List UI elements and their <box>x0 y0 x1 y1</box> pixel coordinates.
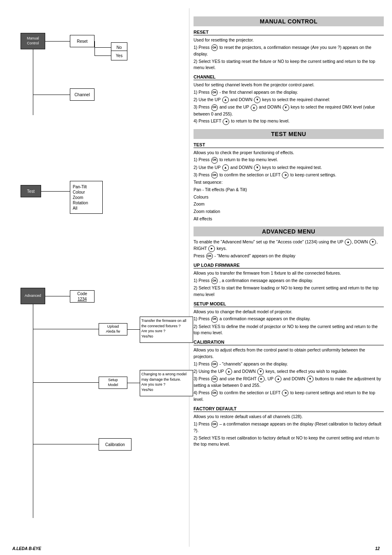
rotation-label: Rotation <box>73 200 88 206</box>
code-box: Code 1234 <box>70 290 95 303</box>
test-box: Test <box>21 185 41 197</box>
channel-text: Used for setting channel levels from the… <box>194 82 384 125</box>
up-icon-a1: ▲ <box>345 239 351 245</box>
code-label: Code <box>77 291 87 296</box>
upload-box: UploadAleda fw <box>99 323 127 335</box>
ok-icon-f1: OK <box>211 421 218 428</box>
page-footer: A.LEDA B-EYE 12 <box>0 546 392 551</box>
advanced-menu-header: ADVANCED MENU <box>194 227 384 236</box>
test-menu-header: TEST MENU <box>194 129 384 139</box>
ok-icon-t1: OK <box>211 157 218 164</box>
pan-tilt-label: Pan-Tilt <box>73 184 87 190</box>
footer-right: 12 <box>375 546 380 551</box>
upload-subheader: UP LOAD FIRMWARE <box>194 263 384 268</box>
ok-icon-cal3: OK <box>211 390 218 396</box>
manual-control-box: ManualControl <box>21 33 45 49</box>
page: ManualControl Reset No Yes <box>0 0 392 555</box>
ok-icon-u1: OK <box>211 278 218 284</box>
left-panel: ManualControl Reset No Yes <box>0 8 189 547</box>
test-subheader: TEST <box>194 142 384 148</box>
setup-text: Allows you to change the default model o… <box>194 309 384 336</box>
code-value: 1234 <box>78 296 87 302</box>
factory-text: Allows you to restore default values of … <box>194 414 384 448</box>
down-icon-t1: ▼ <box>254 164 261 171</box>
ok-icon-s1: OK <box>211 316 218 323</box>
ok-icon-cal2: OK <box>211 376 218 382</box>
reset-text: Used for resetting the projector. 1) Pre… <box>194 37 384 71</box>
calibration-subheader: CALIBRATION <box>194 340 384 345</box>
advanced-box: Advanced <box>21 288 45 304</box>
advanced-intro: To enable the "Advanced Menu" set up the… <box>194 239 384 260</box>
setup-tooltip-box: Changing to a wrong model may damage the… <box>140 370 193 396</box>
up-icon-c1: ▲ <box>222 97 229 103</box>
test-text: Allows you to check the proper functioni… <box>194 150 384 222</box>
colour-label: Colour <box>73 190 85 195</box>
down-icon-c1: ▼ <box>254 97 261 103</box>
right-icon-a1: ► <box>208 245 215 252</box>
right-panel: MANUAL CONTROL RESET Used for resetting … <box>189 8 392 547</box>
footer-left: A.LEDA B-EYE <box>12 546 41 551</box>
down-icon-cal1: ▼ <box>257 368 264 375</box>
calibration-text: Allows you to adjust effects from the co… <box>194 347 384 403</box>
upload-text: Allows you to transfer the firmware from… <box>194 270 384 298</box>
up-icon-t1: ▲ <box>222 164 229 171</box>
ok-icon-r1: OK <box>211 44 218 51</box>
all-label: All <box>73 206 77 211</box>
down-icon-cal2: ▼ <box>307 376 314 382</box>
test-items-box: Pan-Tilt Colour Zoom Rotation All <box>70 181 103 214</box>
ok-icon-c2: OK <box>211 104 218 111</box>
up-icon-cal2: ▲ <box>275 376 281 382</box>
upload-tooltip-box: Transfer the firmware on all the connect… <box>140 317 193 343</box>
zoom-label: Zoom <box>73 195 83 200</box>
calibration-box: Calibration <box>99 438 131 451</box>
left-icon-t1: ◄ <box>282 172 288 178</box>
reset-box: Reset <box>70 35 95 47</box>
channel-box: Channel <box>70 88 95 101</box>
reset-subheader: RESET <box>194 30 384 35</box>
ok-icon-c1: OK <box>211 89 218 96</box>
up-icon-c2: ▲ <box>251 104 257 111</box>
ok-icon-t2: OK <box>211 172 218 178</box>
ok-icon-cal1: OK <box>211 361 218 368</box>
manual-control-header: MANUAL CONTROL <box>194 16 384 26</box>
setup-subheader: SETUP MODEL <box>194 301 384 307</box>
down-icon-a1: ▼ <box>369 239 376 245</box>
left-icon-c1: ◄ <box>223 118 229 125</box>
up-icon-cal1: ▲ <box>226 368 232 375</box>
ok-icon-a1: OK <box>206 253 213 259</box>
yes-box: Yes <box>111 51 127 60</box>
diagram-area: ManualControl Reset No Yes <box>12 12 185 539</box>
right-icon-cal1: ► <box>258 376 265 382</box>
factory-subheader: FACTORY DEFAULT <box>194 406 384 412</box>
down-icon-c2: ▼ <box>283 104 289 111</box>
channel-subheader: CHANNEL <box>194 74 384 80</box>
setup-box: SetupModel <box>99 377 127 389</box>
left-icon-cal1: ◄ <box>282 390 288 396</box>
